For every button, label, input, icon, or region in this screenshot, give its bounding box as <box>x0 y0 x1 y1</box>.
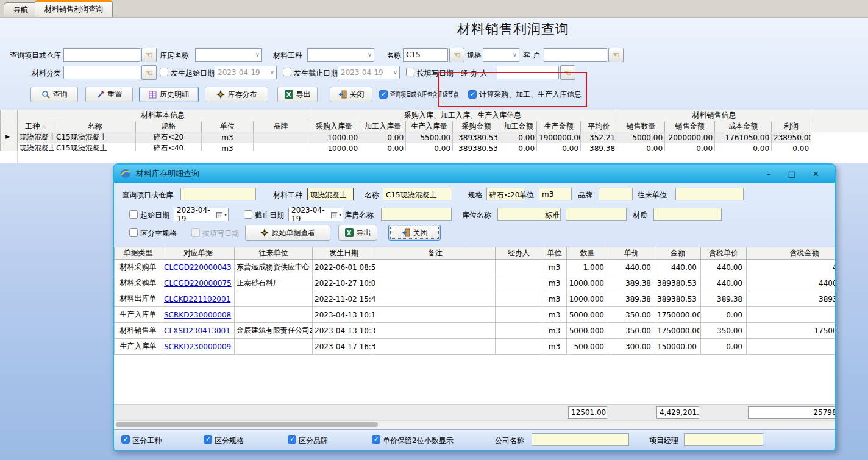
document-link[interactable]: CLCGD220000043 <box>162 260 235 275</box>
row-selector-cell[interactable] <box>1 132 18 143</box>
dlg-unit-input[interactable]: m3 <box>539 188 572 200</box>
dlg-start-date-checkbox[interactable] <box>129 210 138 219</box>
horizontal-scrollbar[interactable] <box>114 420 835 429</box>
dlg-col-tax-amount[interactable]: 含税金额 <box>747 247 837 260</box>
dlg-export-button[interactable]: X 导出 <box>338 225 377 241</box>
search-button[interactable]: 查询 <box>30 87 78 102</box>
dlg-name-input[interactable]: C15现浇混凝土 <box>383 188 452 200</box>
dlg-table-row[interactable]: 材料出库单 CLCKD221102001 2022-11-02 15:41: m… <box>115 291 837 307</box>
dlg-col-price[interactable]: 单价 <box>608 247 655 260</box>
col-header-worktype[interactable]: 工种△ <box>18 121 54 132</box>
document-link[interactable]: CLCKD221102001 <box>162 291 235 307</box>
dlg-col-remark[interactable]: 备注 <box>375 247 496 260</box>
dlg-col-counterparty[interactable]: 往来单位 <box>235 247 313 260</box>
dlg-start-date-picker[interactable]: 2023-04-19 ▾ <box>174 208 229 221</box>
dlg-col-quantity[interactable]: 数量 <box>567 247 608 260</box>
decimals-checkbox[interactable] <box>372 435 380 444</box>
view-original-document-button[interactable]: 原始单据查看 <box>245 225 330 241</box>
col-header-avg-price[interactable]: 平均价 <box>581 121 617 132</box>
spec-select[interactable]: ∨ <box>483 48 519 62</box>
by-brand-checkbox[interactable] <box>288 435 296 444</box>
col-header-spec[interactable]: 规格 <box>136 121 202 132</box>
close-button[interactable]: 关闭 <box>330 87 372 102</box>
dlg-end-date-picker[interactable]: 2023-04-19 ▾ <box>288 208 343 221</box>
project-warehouse-input[interactable] <box>63 48 140 62</box>
fill-date-checkbox[interactable] <box>406 68 414 76</box>
col-header-sales-qty[interactable]: 销售数量 <box>617 121 665 132</box>
name-picker-button[interactable]: ☜ <box>449 48 464 62</box>
dlg-table-row[interactable]: 材料销售单 CLXSD230413001 金辰建筑有限责任公司zd2023-04… <box>115 323 837 339</box>
dlg-table-row[interactable]: 生产入库单 SCRKD230000009 2023-04-17 16:31: m… <box>115 339 837 355</box>
reset-button[interactable]: 重置 <box>85 87 133 102</box>
document-link[interactable]: CLCGD220000075 <box>162 275 235 291</box>
dlg-col-tax-price[interactable]: 含税单价 <box>701 247 747 260</box>
dlg-empty-spec-checkbox[interactable] <box>129 228 138 237</box>
by-spec-checkbox[interactable] <box>204 435 212 444</box>
project-picker-button[interactable]: ☜ <box>141 48 157 62</box>
table-row[interactable]: 现浇混凝土C15现浇混凝土碎石<20m3 1000.000.005500.00 … <box>1 132 868 143</box>
material-category-input[interactable] <box>63 66 140 79</box>
dlg-col-date[interactable]: 发生日期 <box>313 247 375 260</box>
minimize-icon[interactable]: – <box>767 169 771 179</box>
operator-picker-button[interactable]: ☜ <box>560 65 575 80</box>
category-picker-button[interactable]: ☜ <box>141 65 157 80</box>
scrollbar-thumb[interactable] <box>116 422 378 427</box>
end-date-select[interactable]: 2023-04-19∨ <box>338 66 400 79</box>
dlg-table-row[interactable]: 材料采购单 CLCGD220000043 东营远成物资供应中心2022-06-0… <box>115 260 837 275</box>
col-header-profit[interactable]: 利润 <box>772 121 811 132</box>
dlg-standard-input[interactable] <box>566 208 627 221</box>
dlg-col-amount[interactable]: 金额 <box>655 247 701 260</box>
tab-material-profit-query[interactable]: 材料销售利润查询 <box>35 0 113 17</box>
document-link[interactable]: SCRKD230000008 <box>162 307 235 323</box>
col-header-process-qty[interactable]: 加工入库量 <box>360 121 406 132</box>
end-date-checkbox[interactable] <box>283 68 291 76</box>
dlg-spec-input[interactable]: 碎石<20 <box>486 188 524 200</box>
dlg-material-type-input[interactable]: 现浇混凝土 <box>307 188 354 200</box>
dlg-project-input[interactable] <box>180 188 256 200</box>
col-header-cost-amount[interactable]: 成本金额 <box>715 121 772 132</box>
col-header-process-amount[interactable]: 加工金额 <box>500 121 537 132</box>
start-date-select[interactable]: 2023-04-19∨ <box>215 66 277 79</box>
name-input[interactable]: C15 <box>403 48 448 62</box>
col-header-purchase-amount[interactable]: 采购金额 <box>453 121 500 132</box>
dlg-brand-input[interactable] <box>599 188 633 200</box>
dlg-counterparty-input[interactable] <box>675 188 744 200</box>
close-icon[interactable]: ✕ <box>813 169 819 179</box>
dlg-col-doc-number[interactable]: 对应单据 <box>162 247 235 260</box>
company-name-input[interactable] <box>532 433 629 446</box>
col-header-unit[interactable]: 单位 <box>202 121 254 132</box>
dlg-fill-date-checkbox[interactable] <box>191 228 200 237</box>
dlg-col-unit[interactable]: 单位 <box>542 247 567 260</box>
operator-input[interactable] <box>497 66 559 79</box>
dialog-title-bar[interactable]: 材料库存明细查询 – □ ✕ <box>114 165 835 183</box>
stock-distribution-button[interactable]: 库存分布 <box>205 87 268 102</box>
calc-inbound-checkbox[interactable] <box>468 90 477 99</box>
customer-input[interactable] <box>544 48 607 62</box>
col-header-production-qty[interactable]: 生产入库量 <box>406 121 453 132</box>
document-link[interactable]: CLXSD230413001 <box>162 323 235 339</box>
col-header-brand[interactable]: 品牌 <box>254 121 308 132</box>
warehouse-name-select[interactable]: ∨ <box>195 48 262 62</box>
dlg-col-operator[interactable]: 经办人 <box>496 247 542 260</box>
col-header-name[interactable]: 名称 <box>54 121 136 132</box>
dlg-warehouse-input[interactable] <box>381 208 452 221</box>
maximize-icon[interactable]: □ <box>788 169 795 179</box>
customer-picker-button[interactable]: ☜ <box>608 48 624 62</box>
dlg-material-input[interactable] <box>653 208 722 221</box>
tab-navigation[interactable]: 导航 <box>4 2 38 17</box>
col-header-sales-amount[interactable]: 销售金额 <box>665 121 715 132</box>
col-header-production-amount[interactable]: 生产金额 <box>537 121 581 132</box>
start-date-checkbox[interactable] <box>160 68 168 76</box>
dlg-col-doc-type[interactable]: 单据类型 <box>115 247 162 260</box>
dlg-table-row[interactable]: 材料采购单 CLCGD220000075 正泰砂石料厂2022-10-27 10… <box>115 275 837 291</box>
material-type-select[interactable]: ∨ <box>307 48 374 62</box>
export-button[interactable]: X 导出 <box>277 87 318 102</box>
by-worktype-checkbox[interactable] <box>121 435 130 444</box>
history-detail-button[interactable]: 历史明细 <box>139 87 199 102</box>
include-children-checkbox[interactable] <box>379 90 388 99</box>
dlg-table-row[interactable]: 生产入库单 SCRKD230000008 2023-04-13 10:19: m… <box>115 307 837 323</box>
document-link[interactable]: SCRKD230000009 <box>162 339 235 355</box>
dlg-end-date-checkbox[interactable] <box>244 210 252 219</box>
dlg-close-button[interactable]: 关闭 <box>388 225 441 241</box>
project-manager-input[interactable] <box>684 433 763 446</box>
